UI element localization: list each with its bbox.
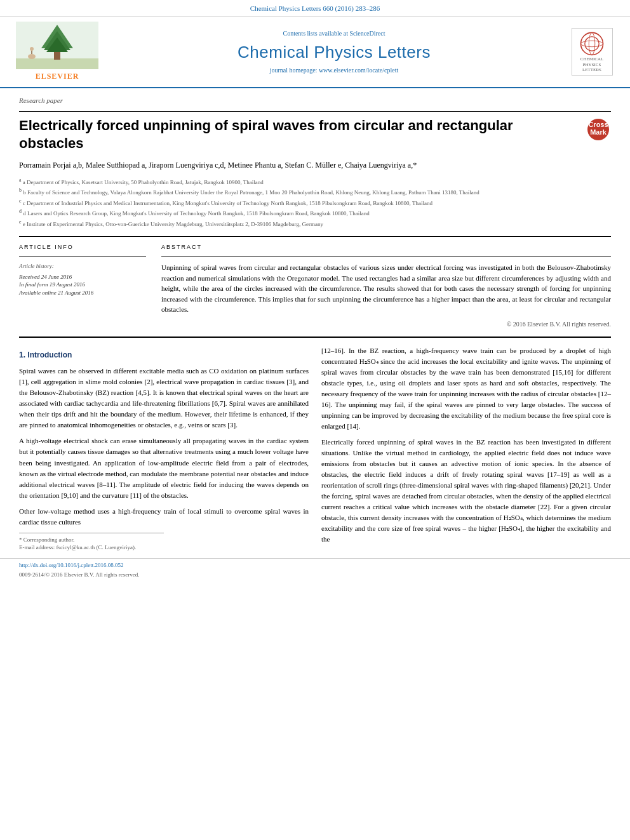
journal-logo-right: CHEMICALPHYSICSLETTERS: [566, 28, 617, 76]
body-columns: 1. Introduction Spiral waves can be obse…: [19, 345, 611, 552]
journal-header: ELSEVIER Contents lists available at Sci…: [0, 17, 630, 88]
affiliation-b: b b Faculty of Science and Technology, V…: [19, 187, 611, 197]
info-inner-divider: [19, 257, 146, 257]
info-abstract-row: ARTICLE INFO Article history: Received 2…: [19, 243, 611, 328]
bottom-bar: http://dx.doi.org/10.1016/j.cplett.2016.…: [0, 558, 630, 581]
doi-link[interactable]: http://dx.doi.org/10.1016/j.cplett.2016.…: [19, 561, 611, 570]
footnote-corresponding-label: * Corresponding author.: [19, 536, 309, 544]
intro-para-3: Other low-voltage method uses a high-fre…: [19, 506, 309, 528]
intro-para-2: A high-voltage electrical shock can eras…: [19, 436, 309, 500]
available-date: Available online 21 August 2016: [19, 289, 146, 297]
article-info-col: ARTICLE INFO Article history: Received 2…: [19, 243, 146, 328]
abstract-text: Unpinning of spiral waves from circular …: [161, 262, 611, 315]
history-label: Article history:: [19, 262, 146, 270]
svg-point-12: [580, 41, 603, 47]
footnote-divider: [19, 533, 164, 533]
affiliation-c: c c Department of Industrial Physics and…: [19, 197, 611, 208]
article-history: Article history: Received 24 June 2016 I…: [19, 262, 146, 297]
affiliations: a a Department of Physics, Kasetsart Uni…: [19, 177, 611, 229]
title-divider: [19, 111, 611, 112]
journal-citation: Chemical Physics Letters 660 (2016) 283–…: [250, 4, 380, 12]
body-right-col: [12–16]. In the BZ reaction, a high-freq…: [321, 345, 611, 552]
intro-para-1: Spiral waves can be observed in differen…: [19, 366, 309, 430]
title-row: Electrically forced unpinning of spiral …: [19, 117, 611, 153]
article-type: Research paper: [19, 96, 611, 105]
journal-title: Chemical Physics Letters: [102, 41, 566, 63]
elsevier-logo-area: ELSEVIER: [13, 22, 102, 82]
svg-point-9: [580, 33, 603, 55]
svg-point-8: [30, 47, 34, 51]
received-date: Received 24 June 2016: [19, 273, 146, 281]
crossmark: Cross Mark: [586, 117, 611, 142]
body-left-col: 1. Introduction Spiral waves can be obse…: [19, 345, 309, 552]
journal-homepage: journal homepage: www.elsevier.com/locat…: [102, 66, 566, 75]
article-info-label: ARTICLE INFO: [19, 243, 146, 251]
info-divider: [19, 236, 611, 237]
elsevier-image: [16, 22, 98, 69]
article-content: Research paper Electrically forced unpin…: [0, 96, 630, 552]
final-form-date: In final form 19 August 2016: [19, 281, 146, 289]
elsevier-logo: ELSEVIER: [13, 22, 102, 82]
intro-heading: 1. Introduction: [19, 349, 309, 361]
svg-point-10: [585, 37, 599, 51]
svg-point-6: [28, 54, 36, 59]
affiliation-d: d d Lasers and Optics Research Group, Ki…: [19, 208, 611, 218]
body-divider: [19, 337, 611, 338]
journal-header-center: Contents lists available at ScienceDirec…: [102, 29, 566, 75]
sciencedirect-text: Contents lists available at ScienceDirec…: [102, 29, 566, 38]
footnote-email: E-mail address: fscicyl@ku.ac.th (C. Lue…: [19, 543, 309, 552]
article-title: Electrically forced unpinning of spiral …: [19, 117, 586, 153]
abstract-label: ABSTRACT: [161, 243, 611, 251]
authors: Porramain Porjai a,b, Malee Sutthiopad a…: [19, 159, 611, 171]
svg-text:Mark: Mark: [590, 128, 607, 136]
issn-text: 0009-2614/© 2016 Elsevier B.V. All right…: [19, 571, 139, 578]
elsevier-wordmark: ELSEVIER: [36, 71, 79, 82]
affiliation-e: e e Institute of Experimental Physics, O…: [19, 218, 611, 229]
abstract-inner-divider: [161, 257, 611, 257]
copyright: © 2016 Elsevier B.V. All rights reserved…: [161, 320, 611, 329]
footnote-corresponding: * Corresponding author. E-mail address: …: [19, 536, 309, 552]
right-para-2: Electrically forced unpinning of spiral …: [321, 437, 611, 545]
svg-text:Cross: Cross: [588, 121, 608, 128]
right-para-1: [12–16]. In the BZ reaction, a high-freq…: [321, 345, 611, 432]
journal-logo-box: CHEMICALPHYSICSLETTERS: [572, 28, 613, 76]
affiliation-a: a a Department of Physics, Kasetsart Uni…: [19, 177, 611, 187]
svg-rect-1: [16, 58, 98, 69]
svg-point-11: [589, 33, 595, 55]
top-bar: Chemical Physics Letters 660 (2016) 283–…: [0, 0, 630, 17]
abstract-col: ABSTRACT Unpinning of spiral waves from …: [161, 243, 611, 328]
